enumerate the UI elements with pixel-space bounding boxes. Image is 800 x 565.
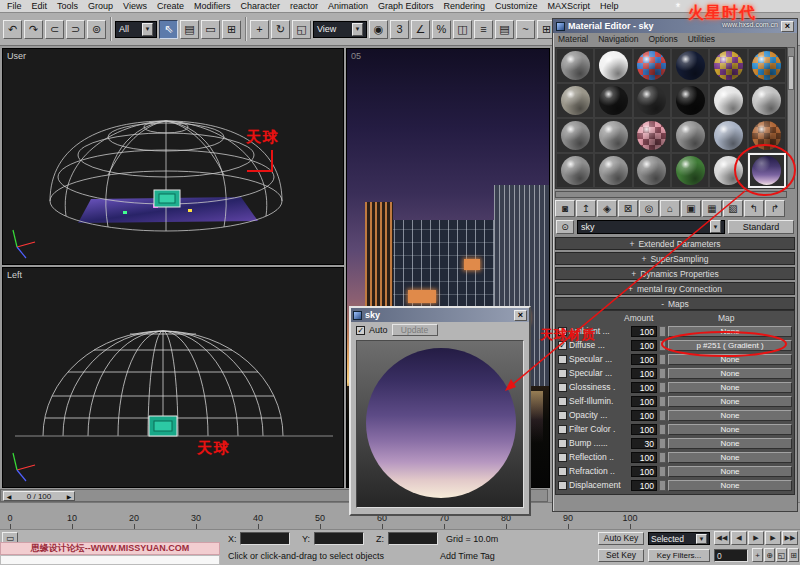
menu-item-group[interactable]: Group	[83, 1, 118, 11]
update-button[interactable]: Update	[392, 324, 438, 336]
material-sample-24[interactable]	[748, 153, 786, 188]
select-object-icon[interactable]: ⇖	[159, 20, 178, 39]
amount-spinner[interactable]	[659, 480, 666, 491]
material-type-button[interactable]: Standard	[728, 220, 794, 234]
rectangular-region-icon[interactable]: ▭	[201, 20, 220, 39]
map-amount-field[interactable]: 100	[631, 354, 657, 365]
material-sample-4[interactable]	[671, 48, 709, 83]
frame-forward-icon[interactable]: ▶	[64, 493, 74, 500]
next-frame-button[interactable]: ▶	[765, 531, 781, 545]
key-filters-button[interactable]: Key Filters...	[648, 549, 710, 562]
frame-back-icon[interactable]: ◀	[4, 493, 14, 500]
reset-map-icon[interactable]: ⊠	[618, 200, 638, 217]
angle-snap-icon[interactable]: ∠	[411, 20, 430, 39]
menu-item-animation[interactable]: Animation	[323, 1, 373, 11]
go-forward-icon[interactable]: ↱	[765, 200, 785, 217]
map-button[interactable]: None	[668, 396, 792, 407]
material-sample-5[interactable]	[709, 48, 747, 83]
sky-dialog-titlebar[interactable]: sky ×	[351, 308, 529, 322]
pick-material-icon[interactable]: ⊙	[556, 220, 574, 234]
material-sample-16[interactable]	[671, 118, 709, 153]
material-sample-18[interactable]	[748, 118, 786, 153]
material-sample-11[interactable]	[709, 83, 747, 118]
map-button[interactable]: None	[668, 452, 792, 463]
material-sample-21[interactable]	[633, 153, 671, 188]
material-sample-10[interactable]	[671, 83, 709, 118]
menu-item-tools[interactable]: Tools	[52, 1, 83, 11]
time-slider-handle[interactable]: ◀ 0 / 100 ▶	[3, 491, 75, 501]
select-and-scale-icon[interactable]: ◱	[292, 20, 311, 39]
menu-item-maxscript[interactable]: MAXScript	[543, 1, 596, 11]
map-amount-field[interactable]: 100	[631, 480, 657, 491]
me-menu-material[interactable]: Material	[558, 34, 588, 44]
material-sample-22[interactable]	[671, 153, 709, 188]
map-button[interactable]: None	[668, 368, 792, 379]
map-enable-checkbox[interactable]	[558, 453, 567, 462]
menu-item-file[interactable]: File	[2, 1, 27, 11]
rollout-extended-parameters[interactable]: +Extended Parameters	[555, 237, 795, 250]
map-enable-checkbox[interactable]	[558, 355, 567, 364]
get-material-icon[interactable]: ◙	[555, 200, 575, 217]
map-amount-field[interactable]: 100	[631, 410, 657, 421]
me-menu-navigation[interactable]: Navigation	[598, 34, 638, 44]
material-sample-12[interactable]	[748, 83, 786, 118]
material-id-icon[interactable]: ▣	[681, 200, 701, 217]
pan-view-button[interactable]: +	[752, 548, 763, 562]
close-icon[interactable]: ×	[514, 310, 527, 321]
amount-spinner[interactable]	[659, 340, 666, 351]
current-frame-field[interactable]: 0	[714, 549, 748, 562]
material-name-dropdown[interactable]: sky ▼	[577, 220, 725, 234]
auto-update-checkbox[interactable]: ✓	[356, 326, 365, 335]
amount-spinner[interactable]	[659, 452, 666, 463]
map-amount-field[interactable]: 100	[631, 452, 657, 463]
material-sample-19[interactable]	[556, 153, 594, 188]
material-sample-20[interactable]	[594, 153, 632, 188]
zoom-button[interactable]: ⊕	[764, 548, 775, 562]
sample-vertical-scrollbar[interactable]	[787, 47, 795, 189]
snap-toggle-icon[interactable]: 3	[390, 20, 409, 39]
previous-frame-button[interactable]: ◀	[731, 531, 747, 545]
make-unique-icon[interactable]: ◎	[639, 200, 659, 217]
map-enable-checkbox[interactable]	[558, 481, 567, 490]
map-button[interactable]: None	[668, 466, 792, 477]
material-sample-17[interactable]	[709, 118, 747, 153]
material-sample-15[interactable]	[633, 118, 671, 153]
map-button[interactable]: None	[668, 326, 792, 337]
amount-spinner[interactable]	[659, 410, 666, 421]
material-sample-6[interactable]	[748, 48, 786, 83]
selection-filter-dropdown[interactable]: All ▼	[115, 21, 157, 38]
map-amount-field[interactable]: 100	[631, 368, 657, 379]
map-button[interactable]: None	[668, 354, 792, 365]
map-amount-field[interactable]: 100	[631, 326, 657, 337]
sample-horizontal-scrollbar[interactable]	[555, 191, 787, 198]
amount-spinner[interactable]	[659, 368, 666, 379]
close-icon[interactable]: ×	[781, 21, 794, 32]
map-button[interactable]: None	[668, 382, 792, 393]
material-sample-9[interactable]	[633, 83, 671, 118]
viewport-left[interactable]: Left	[2, 267, 344, 488]
map-enable-checkbox[interactable]	[558, 369, 567, 378]
map-button[interactable]: None	[668, 480, 792, 491]
menu-item-modifiers[interactable]: Modifiers	[189, 1, 236, 11]
go-to-start-button[interactable]: ◀◀	[714, 531, 730, 545]
undo-icon[interactable]: ↶	[3, 20, 22, 39]
map-button[interactable]: None	[668, 424, 792, 435]
material-sample-14[interactable]	[594, 118, 632, 153]
y-coordinate-field[interactable]	[314, 532, 364, 545]
amount-spinner[interactable]	[659, 354, 666, 365]
set-key-button[interactable]: Set Key	[598, 549, 644, 562]
map-enable-checkbox[interactable]	[558, 425, 567, 434]
map-amount-field[interactable]: 100	[631, 424, 657, 435]
material-sample-13[interactable]	[556, 118, 594, 153]
scrollbar-thumb[interactable]	[788, 56, 794, 90]
menu-item-reactor[interactable]: reactor	[285, 1, 323, 11]
menu-item-customize[interactable]: Customize	[490, 1, 543, 11]
menu-item-views[interactable]: Views	[118, 1, 152, 11]
map-amount-field[interactable]: 100	[631, 466, 657, 477]
x-coordinate-field[interactable]	[240, 532, 290, 545]
map-enable-checkbox[interactable]	[558, 411, 567, 420]
rollout-dynamics-properties[interactable]: +Dynamics Properties	[555, 267, 795, 280]
put-to-library-icon[interactable]: ⌂	[660, 200, 680, 217]
map-enable-checkbox[interactable]	[558, 383, 567, 392]
viewport-user[interactable]: User	[2, 48, 344, 265]
